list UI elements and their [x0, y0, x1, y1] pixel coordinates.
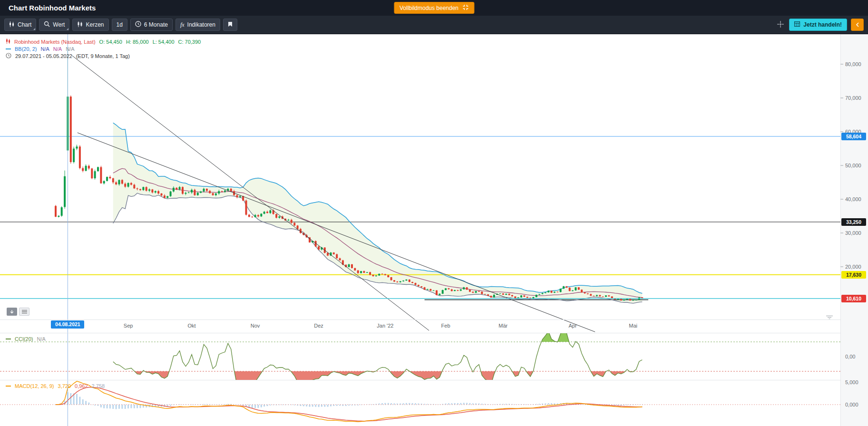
bb-label: BB(20, 2) — [15, 46, 37, 52]
order-book-icon — [794, 21, 800, 28]
svg-text:0,000: 0,000 — [845, 402, 858, 407]
svg-text:Mär: Mär — [498, 323, 507, 329]
bb-upper-value: N/A — [40, 46, 49, 52]
svg-text:70,000: 70,000 — [845, 95, 861, 101]
bookmark-button[interactable] — [223, 19, 237, 31]
dropdown-corner-icon — [33, 28, 35, 30]
macd-label: MACD(12, 26, 9) — [15, 383, 54, 389]
axis-settings-icon[interactable] — [826, 313, 833, 321]
cci-value: N/A — [37, 336, 46, 342]
svg-text:Okt: Okt — [188, 323, 196, 329]
price-level-badge: 33,250 — [841, 218, 866, 226]
panel-separator — [0, 333, 840, 333]
crosshair-date-badge: 04.08.2021 — [51, 320, 84, 329]
chart-application: Chart Robinhood Markets Vollbildmodus be… — [0, 0, 868, 426]
svg-text:Mai: Mai — [629, 323, 637, 329]
candlestick-icon — [9, 21, 15, 29]
macd-legend: MACD(12, 26, 9) 3,720 0,962 2,758 — [6, 382, 105, 389]
cci-line-icon — [6, 339, 11, 339]
svg-text:40,000: 40,000 — [845, 196, 861, 202]
chevron-left-icon — [856, 21, 859, 29]
svg-text:30,000: 30,000 — [845, 230, 861, 236]
bb-middle-value: N/A — [53, 46, 62, 52]
instrument-name: Robinhood Markets (Nasdaq, Last) — [14, 39, 96, 45]
clock-icon — [135, 21, 141, 29]
macd-signal-value: 0,962 — [75, 383, 88, 389]
clock-icon — [6, 53, 11, 59]
svg-text:Sep: Sep — [124, 323, 133, 329]
macd-line-icon — [6, 386, 11, 387]
svg-text:Dez: Dez — [314, 323, 323, 329]
svg-text:Nov: Nov — [251, 323, 260, 329]
time-range-label: 6 Monate — [144, 21, 168, 28]
svg-text:80,000: 80,000 — [845, 61, 861, 67]
bb-line-icon — [6, 48, 11, 49]
instrument-search-button[interactable]: Wert — [39, 19, 69, 31]
candles-icon — [77, 21, 83, 29]
instrument-icon — [6, 39, 10, 45]
exit-fullscreen-label: Vollbildmodus beenden — [400, 5, 458, 11]
svg-text:0,00: 0,00 — [845, 354, 855, 359]
date-range: 29.07.2021 - 05.05.2022 — [15, 53, 72, 59]
svg-text:5,000: 5,000 — [845, 380, 858, 385]
chart-area: SepOktNovDezJan '22FebMärAprMai80,00070,… — [0, 34, 868, 426]
trade-now-label: Jetzt handeln! — [803, 21, 842, 28]
collapse-panel-button[interactable] — [851, 19, 864, 31]
price-level-badge: 17,630 — [841, 271, 866, 279]
indicators-label: Indikatoren — [187, 21, 215, 28]
layers-icon — [22, 310, 27, 314]
macd-panel-canvas[interactable]: 5,0000,000 — [0, 380, 868, 426]
cci-panel-canvas[interactable]: 0,00 — [0, 333, 868, 380]
ohlc-high: H: 85,000 — [126, 39, 149, 45]
panel-separator — [0, 380, 840, 380]
exit-fullscreen-button[interactable]: Vollbildmodus beenden — [394, 2, 474, 14]
window-titlebar: Chart Robinhood Markets Vollbildmodus be… — [0, 0, 868, 16]
date-range-note: (EDT, 9 Monate, 1 Tag) — [76, 53, 130, 59]
cci-label: CCI(20) — [15, 336, 33, 342]
candle-style-label: Kerzen — [86, 21, 104, 28]
dropdown-corner-icon — [67, 28, 68, 30]
chart-toolbar: Chart Wert Kerzen 1d 6 Monate fx Indi — [0, 16, 868, 34]
search-icon — [44, 21, 50, 29]
panel-collapse-button[interactable] — [7, 308, 17, 316]
chart-legend: Robinhood Markets (Nasdaq, Last) O: 54,4… — [6, 38, 201, 59]
interval-button[interactable]: 1d — [112, 19, 127, 31]
interval-label: 1d — [117, 21, 123, 28]
page-title: Chart Robinhood Markets — [9, 4, 96, 12]
ohlc-low: L: 54,400 — [153, 39, 175, 45]
svg-text:50,000: 50,000 — [845, 163, 861, 168]
price-chart-canvas[interactable]: SepOktNovDezJan '22FebMärAprMai80,00070,… — [0, 34, 868, 334]
bb-lower-value: N/A — [66, 46, 74, 52]
indicators-button[interactable]: fx Indikatoren — [176, 19, 220, 31]
ohlc-close: C: 70,390 — [178, 39, 201, 45]
arrow-down-icon — [10, 310, 14, 314]
trade-now-button[interactable]: Jetzt handeln! — [789, 19, 847, 31]
chart-type-label: Chart — [18, 21, 31, 28]
crosshair-tool-button[interactable] — [777, 20, 784, 29]
panel-separator — [0, 320, 840, 320]
last-price-badge: 10,610 — [841, 295, 866, 302]
macd-value: 3,720 — [58, 383, 71, 389]
cci-legend: CCI(20) N/A — [6, 335, 46, 342]
function-icon: fx — [180, 21, 185, 29]
svg-text:Apr: Apr — [568, 323, 576, 329]
exit-fullscreen-icon — [462, 4, 468, 12]
panel-controls — [7, 308, 29, 316]
price-level-badge: 58,604 — [841, 133, 866, 140]
svg-text:Feb: Feb — [441, 323, 450, 329]
panel-layout-button[interactable] — [19, 308, 29, 316]
macd-hist-value: 2,758 — [92, 383, 105, 389]
time-range-button[interactable]: 6 Monate — [130, 19, 173, 31]
bookmark-icon — [228, 21, 233, 29]
crosshair-icon — [777, 20, 784, 29]
svg-text:Jan '22: Jan '22 — [377, 323, 393, 329]
instrument-search-label: Wert — [53, 21, 65, 28]
candle-style-button[interactable]: Kerzen — [72, 19, 108, 31]
ohlc-open: O: 54,450 — [99, 39, 122, 45]
chart-type-button[interactable]: Chart — [4, 19, 36, 31]
svg-text:20,000: 20,000 — [845, 264, 861, 270]
